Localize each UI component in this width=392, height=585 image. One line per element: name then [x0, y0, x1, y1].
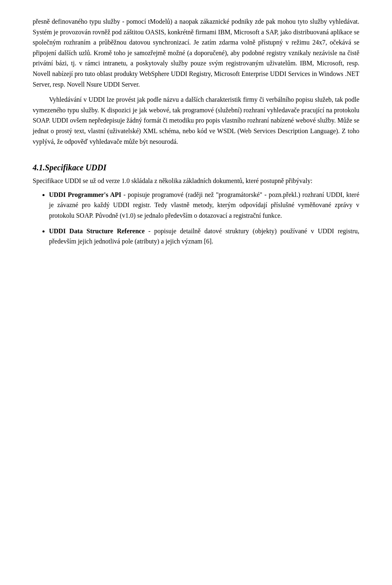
list-item: UDDI Programmer's API - popisuje program…	[49, 190, 359, 221]
list-item: UDDI Data Structure Reference - popisuje…	[49, 226, 359, 247]
page-container: přesně definovaného typu služby - pomocí…	[0, 0, 392, 585]
bullet-list: UDDI Programmer's API - popisuje program…	[49, 190, 359, 247]
second-paragraph: Vyhledávání v UDDI lze provést jak podle…	[33, 94, 359, 147]
term-1: UDDI Programmer's API	[49, 191, 121, 198]
opening-paragraph: přesně definovaného typu služby - pomocí…	[33, 16, 359, 89]
section-intro: Specifikace UDDI se už od verze 1.0 sklá…	[33, 176, 359, 186]
term-2: UDDI Data Structure Reference	[49, 228, 145, 234]
section-heading: 4.1.Specifikace UDDI	[33, 163, 359, 172]
